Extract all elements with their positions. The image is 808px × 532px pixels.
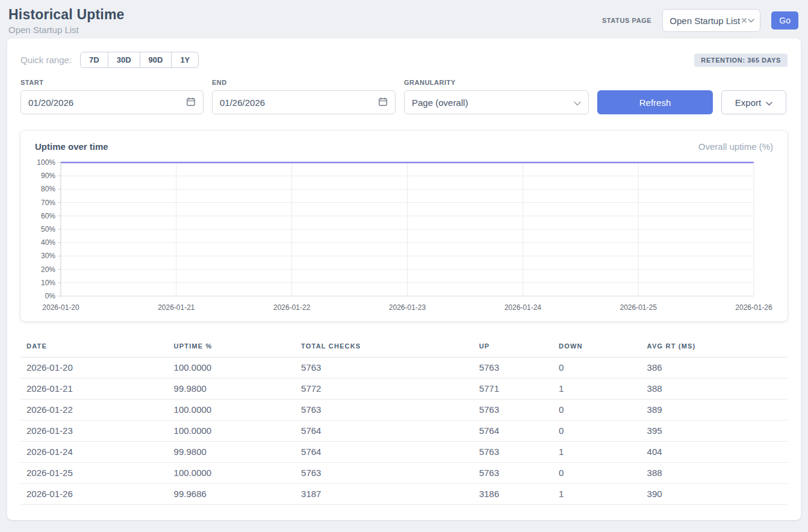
chevron-down-icon (574, 97, 581, 108)
cell-avg-rt: 386 (641, 357, 788, 379)
chart-header: Uptime over time Overall uptime (%) (35, 141, 773, 152)
table-row: 2026-01-22 100.0000 5763 5763 0 389 (20, 400, 788, 421)
cell-date: 2026-01-23 (20, 421, 168, 442)
end-date-input[interactable]: 01/26/2026 (212, 90, 396, 114)
cell-up: 5763 (473, 442, 553, 463)
page-subtitle: Open Startup List (8, 25, 125, 35)
cell-date: 2026-01-20 (20, 357, 168, 379)
svg-text:70%: 70% (41, 199, 55, 207)
granularity-value: Page (overall) (412, 97, 468, 108)
svg-text:2026-01-20: 2026-01-20 (42, 303, 79, 312)
start-date-label: START (20, 79, 204, 86)
cell-total-checks: 5764 (295, 421, 473, 442)
svg-text:2026-01-24: 2026-01-24 (505, 303, 542, 312)
chevron-down-icon (748, 19, 754, 23)
svg-text:80%: 80% (41, 185, 55, 193)
cell-total-checks: 5772 (295, 379, 473, 400)
table-row: 2026-01-24 99.9800 5764 5763 1 404 (20, 442, 788, 463)
quick-range-row: Quick range: 7D 30D 90D 1Y RETENTION: 36… (20, 52, 788, 68)
cell-down: 0 (553, 421, 641, 442)
col-down: DOWN (553, 337, 641, 357)
svg-text:30%: 30% (41, 252, 55, 260)
start-date-input[interactable]: 01/20/2026 (20, 90, 204, 114)
cell-up: 3186 (473, 484, 553, 505)
svg-text:60%: 60% (41, 212, 55, 220)
cell-down: 1 (553, 484, 641, 505)
cell-date: 2026-01-26 (20, 484, 168, 505)
end-date-label: END (212, 79, 396, 86)
svg-text:90%: 90% (41, 172, 55, 180)
page-title: Historical Uptime (8, 7, 125, 23)
cell-avg-rt: 388 (641, 379, 788, 400)
table-row: 2026-01-21 99.9800 5772 5771 1 388 (20, 379, 788, 400)
col-avg-rt: AVG RT (MS) (641, 337, 788, 357)
quick-range-30d-button[interactable]: 30D (108, 52, 140, 68)
end-date-field: END 01/26/2026 (212, 79, 396, 114)
cell-avg-rt: 404 (641, 442, 788, 463)
cell-avg-rt: 395 (641, 421, 788, 442)
cell-total-checks: 5763 (295, 357, 473, 379)
cell-down: 1 (553, 379, 641, 400)
table-row: 2026-01-20 100.0000 5763 5763 0 386 (20, 357, 788, 379)
chevron-down-icon (766, 97, 772, 108)
quick-range-7d-button[interactable]: 7D (80, 52, 108, 68)
retention-badge: RETENTION: 365 DAYS (694, 54, 788, 67)
svg-text:2026-01-25: 2026-01-25 (620, 303, 657, 312)
uptime-chart-card: Uptime over time Overall uptime (%) 0%10… (20, 131, 788, 321)
svg-text:2026-01-23: 2026-01-23 (389, 303, 426, 312)
cell-date: 2026-01-22 (20, 400, 168, 421)
cell-uptime: 99.9800 (168, 442, 295, 463)
main-panel: Quick range: 7D 30D 90D 1Y RETENTION: 36… (7, 39, 801, 520)
cell-uptime: 100.0000 (168, 357, 295, 379)
export-button[interactable]: Export (721, 90, 786, 114)
end-date-value: 01/26/2026 (220, 97, 265, 108)
cell-up: 5763 (473, 463, 553, 484)
cell-total-checks: 5763 (295, 463, 473, 484)
go-button[interactable]: Go (771, 11, 798, 29)
svg-text:20%: 20% (41, 265, 55, 274)
cell-down: 1 (553, 442, 641, 463)
table-body: 2026-01-20 100.0000 5763 5763 0 386 2026… (20, 357, 788, 505)
calendar-icon[interactable] (186, 97, 196, 108)
cell-up: 5764 (473, 421, 553, 442)
quick-range-group: Quick range: 7D 30D 90D 1Y (20, 52, 199, 68)
granularity-field: GRANULARITY Page (overall) (404, 79, 589, 114)
col-uptime: UPTIME % (168, 337, 295, 357)
cell-down: 0 (553, 463, 641, 484)
svg-text:40%: 40% (41, 238, 55, 247)
cell-up: 5763 (473, 400, 553, 421)
status-page-select[interactable]: Open Startup List ✕ (662, 9, 760, 32)
calendar-icon[interactable] (378, 97, 388, 108)
col-date: DATE (20, 337, 168, 357)
start-date-field: START 01/20/2026 (20, 79, 204, 114)
chart-title: Uptime over time (35, 141, 108, 152)
cell-total-checks: 3187 (295, 484, 473, 505)
cell-up: 5771 (473, 379, 553, 400)
cell-uptime: 99.9800 (168, 379, 295, 400)
cell-date: 2026-01-21 (20, 379, 168, 400)
table-row: 2026-01-26 99.9686 3187 3186 1 390 (20, 484, 788, 505)
quick-range-90d-button[interactable]: 90D (140, 52, 172, 68)
cell-up: 5763 (473, 357, 553, 379)
cell-total-checks: 5763 (295, 400, 473, 421)
table-header: DATE UPTIME % TOTAL CHECKS UP DOWN AVG R… (20, 337, 788, 357)
cell-avg-rt: 388 (641, 463, 788, 484)
cell-date: 2026-01-24 (20, 442, 168, 463)
col-total-checks: TOTAL CHECKS (295, 337, 473, 357)
cell-avg-rt: 390 (641, 484, 788, 505)
refresh-button[interactable]: Refresh (597, 90, 713, 114)
uptime-chart-svg: 0%10%20%30%40%50%60%70%80%90%100%2026-01… (35, 158, 773, 314)
quick-range-segmented: 7D 30D 90D 1Y (80, 52, 199, 68)
clear-selection-icon[interactable]: ✕ (741, 16, 748, 25)
cell-down: 0 (553, 400, 641, 421)
table-row: 2026-01-25 100.0000 5763 5763 0 388 (20, 463, 788, 484)
cell-avg-rt: 389 (641, 400, 788, 421)
cell-uptime: 100.0000 (168, 400, 295, 421)
granularity-select[interactable]: Page (overall) (404, 90, 589, 114)
quick-range-1y-button[interactable]: 1Y (171, 52, 199, 68)
filter-form-row: START 01/20/2026 END 01/26/2026 GRANULAR… (20, 79, 788, 114)
page-header: Historical Uptime Open Startup List STAT… (0, 0, 808, 39)
svg-text:10%: 10% (41, 279, 55, 287)
cell-date: 2026-01-25 (20, 463, 168, 484)
svg-text:2026-01-21: 2026-01-21 (158, 303, 195, 312)
